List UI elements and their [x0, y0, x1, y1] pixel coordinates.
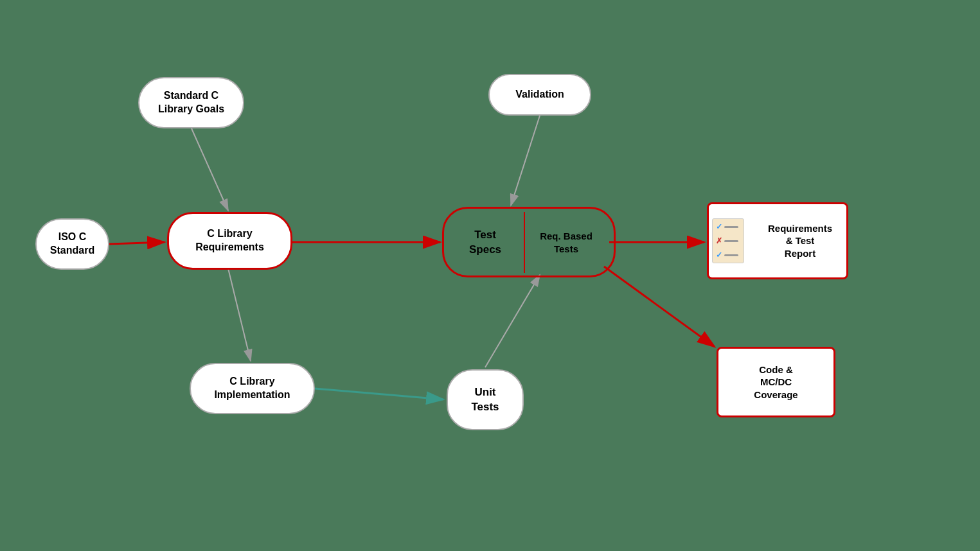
testspecs-label: TestSpecs — [469, 228, 501, 256]
svg-line-10 — [315, 389, 443, 399]
checkmark-3: ✓ — [716, 250, 722, 259]
diagram-container: ISO C Standard Standard CLibrary Goals C… — [0, 0, 980, 551]
check-line-text-3 — [724, 254, 738, 256]
coverage-label: Code &MC/DCCoverage — [754, 363, 797, 401]
checkmark-1: ✓ — [716, 222, 722, 231]
checklist-icon: ✓ ✗ ✓ — [707, 202, 749, 279]
svg-line-11 — [485, 275, 540, 367]
unittests-label: UnitTests — [471, 385, 499, 414]
code-mcdc-coverage-node: Code &MC/DCCoverage — [717, 347, 835, 417]
check-line-text-1 — [724, 226, 738, 228]
iso-label: ISO C Standard — [37, 231, 108, 258]
climpl-label: C LibraryImplementation — [214, 375, 290, 402]
report-label: Requirements& TestReport — [768, 222, 832, 260]
reqtests-label: Req. BasedTests — [540, 230, 592, 255]
check-line-text-2 — [724, 240, 738, 242]
svg-line-9 — [228, 268, 251, 361]
check-line-3: ✓ — [716, 250, 738, 259]
svg-line-5 — [192, 128, 228, 211]
unit-tests-node: UnitTests — [447, 369, 524, 430]
clreq-label: C LibraryRequirements — [195, 227, 264, 254]
iso-c-standard-node: ISO C Standard — [35, 218, 109, 270]
checklist-box: ✓ ✗ ✓ — [712, 218, 744, 263]
svg-line-4 — [109, 242, 165, 244]
validation-node: Validation — [488, 74, 591, 116]
svg-line-8 — [511, 116, 540, 206]
checkmark-2: ✗ — [716, 236, 722, 245]
c-library-requirements-node: C LibraryRequirements — [167, 212, 292, 270]
test-specs-node: TestSpecs — [447, 212, 524, 273]
check-line-2: ✗ — [716, 236, 738, 245]
req-based-tests-node: Req. BasedTests — [524, 212, 607, 273]
check-line-1: ✓ — [716, 222, 738, 231]
goals-label: Standard CLibrary Goals — [158, 89, 224, 116]
c-library-implementation-node: C LibraryImplementation — [190, 363, 315, 414]
standard-c-library-goals-node: Standard CLibrary Goals — [138, 77, 244, 128]
validation-label: Validation — [515, 88, 564, 101]
svg-line-12 — [604, 267, 715, 347]
